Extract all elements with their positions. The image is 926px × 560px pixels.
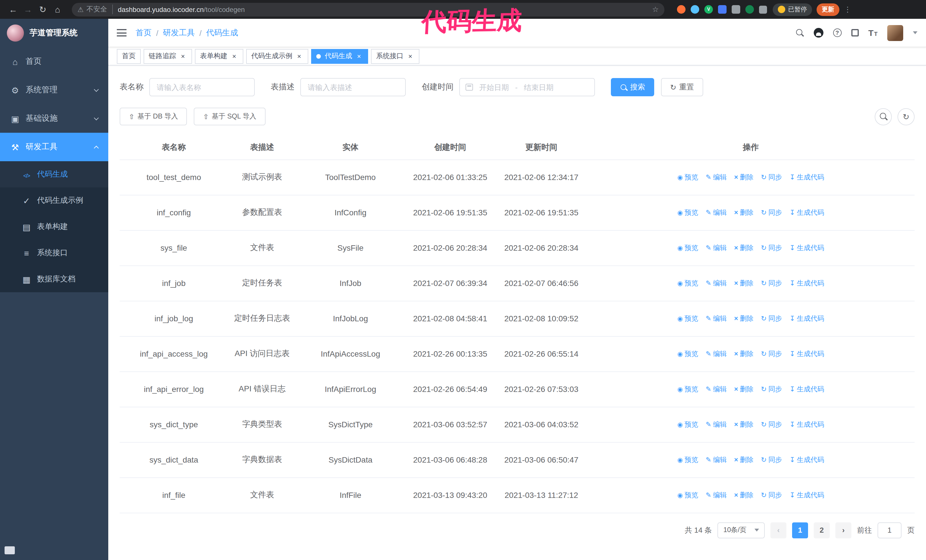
browser-update-button[interactable]: 更新 — [817, 3, 840, 16]
generate-code-link[interactable]: 生成代码 — [790, 349, 824, 359]
bookmark-star-icon[interactable] — [652, 5, 659, 14]
sidebar-item-infra[interactable]: 基础设施 — [0, 104, 108, 133]
reload-icon[interactable] — [35, 2, 50, 17]
sync-link[interactable]: 同步 — [761, 208, 782, 217]
generate-code-link[interactable]: 生成代码 — [790, 384, 824, 394]
close-icon[interactable]: × — [230, 52, 238, 60]
sidebar-item-system-api[interactable]: 系统接口 — [0, 240, 108, 266]
home-icon[interactable] — [50, 2, 65, 17]
table-name-input[interactable] — [149, 78, 255, 96]
font-size-icon[interactable] — [868, 28, 878, 38]
extension-icon[interactable] — [732, 5, 740, 14]
tab-codegen-example[interactable]: 代码生成示例 × — [246, 49, 308, 63]
edit-link[interactable]: 编辑 — [705, 420, 726, 429]
preview-link[interactable]: 预览 — [677, 172, 698, 182]
sidebar-item-codegen-example[interactable]: 代码生成示例 — [0, 187, 108, 214]
generate-code-link[interactable]: 生成代码 — [790, 455, 824, 465]
profile-paused-badge[interactable]: 已暂停 — [773, 3, 812, 16]
edit-link[interactable]: 编辑 — [705, 384, 726, 394]
import-db-button[interactable]: 基于 DB 导入 — [120, 108, 187, 125]
toggle-search-button[interactable] — [875, 108, 892, 125]
preview-link[interactable]: 预览 — [677, 278, 698, 288]
tab-home[interactable]: 首页 — [117, 49, 141, 63]
edit-link[interactable]: 编辑 — [705, 349, 726, 359]
security-chip[interactable]: 不安全 — [77, 5, 113, 14]
sync-link[interactable]: 同步 — [761, 455, 782, 465]
edit-link[interactable]: 编辑 — [705, 172, 726, 182]
reset-button[interactable]: 重置 — [661, 78, 703, 96]
back-icon[interactable] — [6, 2, 21, 17]
sidebar-item-db-doc[interactable]: 数据库文档 — [0, 266, 108, 292]
extension-icon[interactable] — [691, 5, 699, 14]
tab-codegen[interactable]: 代码生成 × — [311, 49, 368, 63]
help-icon[interactable] — [833, 29, 841, 37]
delete-link[interactable]: 删除 — [734, 172, 754, 182]
tab-form-builder[interactable]: 表单构建 × — [195, 49, 243, 63]
prev-page-button[interactable] — [770, 522, 787, 538]
user-avatar[interactable] — [887, 25, 903, 41]
extensions-puzzle-icon[interactable] — [759, 5, 767, 14]
generate-code-link[interactable]: 生成代码 — [790, 420, 824, 429]
preview-link[interactable]: 预览 — [677, 420, 698, 429]
sidebar-collapse-button[interactable] — [5, 546, 15, 554]
sync-link[interactable]: 同步 — [761, 278, 782, 288]
fullscreen-icon[interactable] — [851, 29, 858, 36]
app-logo[interactable]: 芋道管理系统 — [0, 19, 108, 47]
hamburger-icon[interactable] — [117, 29, 127, 36]
generate-code-link[interactable]: 生成代码 — [790, 243, 824, 253]
delete-link[interactable]: 删除 — [734, 349, 754, 359]
refresh-table-button[interactable] — [897, 108, 915, 125]
sidebar-item-form-builder[interactable]: 表单构建 — [0, 214, 108, 240]
edit-link[interactable]: 编辑 — [705, 490, 726, 500]
close-icon[interactable]: × — [179, 52, 187, 60]
preview-link[interactable]: 预览 — [677, 349, 698, 359]
delete-link[interactable]: 删除 — [734, 314, 754, 323]
browser-menu-icon[interactable]: ⋮ — [844, 5, 852, 14]
edit-link[interactable]: 编辑 — [705, 455, 726, 465]
sync-link[interactable]: 同步 — [761, 243, 782, 253]
sync-link[interactable]: 同步 — [761, 314, 782, 323]
delete-link[interactable]: 删除 — [734, 243, 754, 253]
next-page-button[interactable] — [835, 522, 851, 538]
sync-link[interactable]: 同步 — [761, 384, 782, 394]
search-icon[interactable] — [795, 29, 804, 37]
delete-link[interactable]: 删除 — [734, 384, 754, 394]
page-button-1[interactable]: 1 — [792, 522, 808, 538]
tab-trace[interactable]: 链路追踪 × — [144, 49, 192, 63]
sync-link[interactable]: 同步 — [761, 490, 782, 500]
delete-link[interactable]: 删除 — [734, 455, 754, 465]
sync-link[interactable]: 同步 — [761, 349, 782, 359]
extension-icon[interactable] — [718, 5, 726, 14]
close-icon[interactable]: × — [295, 52, 303, 60]
sidebar-item-codegen[interactable]: 代码生成 — [0, 161, 108, 187]
preview-link[interactable]: 预览 — [677, 243, 698, 253]
preview-link[interactable]: 预览 — [677, 314, 698, 323]
search-button[interactable]: 搜索 — [611, 78, 654, 96]
page-size-select[interactable]: 10条/页 — [718, 522, 765, 538]
preview-link[interactable]: 预览 — [677, 455, 698, 465]
generate-code-link[interactable]: 生成代码 — [790, 314, 824, 323]
tab-system-api[interactable]: 系统接口 × — [371, 49, 419, 63]
sidebar-item-home[interactable]: 首页 — [0, 47, 108, 76]
breadcrumb-devtools[interactable]: 研发工具 — [163, 28, 195, 38]
sync-link[interactable]: 同步 — [761, 420, 782, 429]
extension-icon[interactable] — [677, 5, 685, 14]
close-icon[interactable]: × — [406, 52, 414, 60]
table-desc-input[interactable] — [300, 78, 406, 96]
close-icon[interactable]: × — [355, 52, 363, 60]
sidebar-item-system[interactable]: 系统管理 — [0, 76, 108, 104]
avatar-caret-icon[interactable] — [913, 31, 917, 34]
page-button-2[interactable]: 2 — [814, 522, 830, 538]
start-date-input[interactable] — [477, 82, 512, 92]
edit-link[interactable]: 编辑 — [705, 278, 726, 288]
delete-link[interactable]: 删除 — [734, 490, 754, 500]
sync-link[interactable]: 同步 — [761, 172, 782, 182]
generate-code-link[interactable]: 生成代码 — [790, 208, 824, 217]
preview-link[interactable]: 预览 — [677, 384, 698, 394]
import-sql-button[interactable]: 基于 SQL 导入 — [194, 108, 266, 125]
edit-link[interactable]: 编辑 — [705, 243, 726, 253]
edit-link[interactable]: 编辑 — [705, 314, 726, 323]
forward-icon[interactable] — [21, 2, 35, 17]
extension-icon[interactable] — [745, 5, 754, 14]
breadcrumb-home[interactable]: 首页 — [136, 28, 151, 38]
